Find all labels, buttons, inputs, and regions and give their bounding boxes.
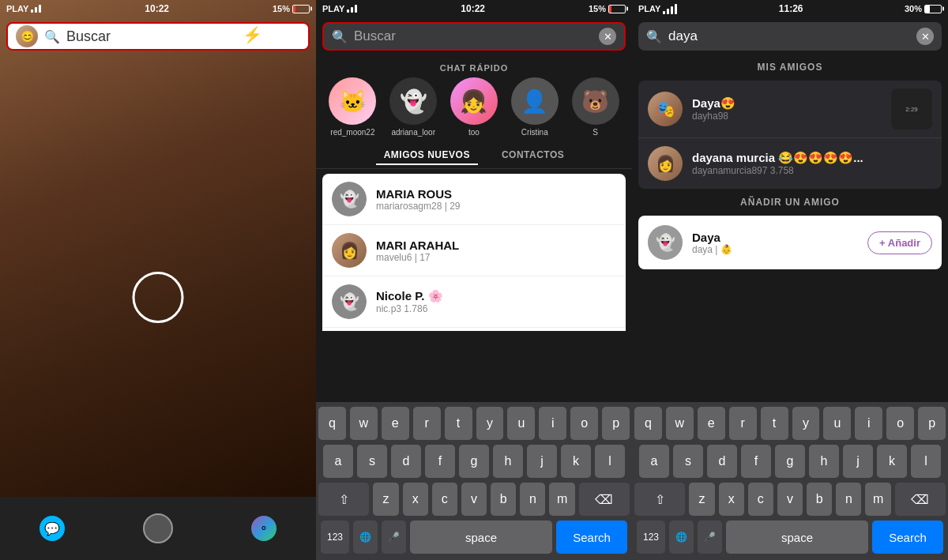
map-nav-icon[interactable]: ⚬ [251,516,276,541]
search-icon-3: 🔍 [646,29,662,44]
friend-item-0[interactable]: 👻 MARIA ROUS mariarosagm28 | 29 [322,174,626,225]
key-e-2[interactable]: e [382,407,409,440]
search-clear-button-3[interactable]: ✕ [916,28,934,45]
key-l-2[interactable]: l [595,445,625,478]
p3-friend-item-1[interactable]: 👩 dayana murcia 😂😍😍😍😍... dayanamurcia897… [638,138,942,189]
chat-icon: 💬 [44,521,60,536]
key-t-3[interactable]: t [761,407,788,440]
key-u-3[interactable]: u [823,407,851,440]
key-s-2[interactable]: s [357,445,387,478]
key-g-3[interactable]: g [775,445,805,478]
key-i-2[interactable]: i [539,407,566,440]
key-shift-3[interactable]: ⇧ [634,483,685,516]
kb-bottom-row-3: 123 🌐 🎤 space Search [634,521,946,560]
story-nav-icon[interactable] [143,513,173,543]
key-m-2[interactable]: m [549,483,574,516]
tab-amigos-nuevos[interactable]: AMIGOS NUEVOS [376,146,478,165]
p3-friend-item-0[interactable]: 🎭 Daya😍 dayha98 2:29 [638,81,942,138]
search-bar-2[interactable]: 🔍 Buscar ✕ [322,22,626,51]
quick-chat-item-2[interactable]: 👧 too [446,77,502,137]
p3-friend-avatar-1: 👩 [648,146,683,181]
key-b-3[interactable]: b [807,483,832,516]
search-clear-button-2[interactable]: ✕ [599,28,616,45]
search-placeholder-1: Buscar [66,28,111,45]
key-k-3[interactable]: k [877,445,907,478]
key-space-3[interactable]: space [726,521,868,554]
key-t-2[interactable]: t [445,407,472,440]
key-w-2[interactable]: w [350,407,378,440]
key-i-3[interactable]: i [855,407,882,440]
key-v-3[interactable]: v [777,483,803,516]
key-x-2[interactable]: x [403,483,428,516]
key-f-3[interactable]: f [741,445,771,478]
key-r-2[interactable]: r [413,407,441,440]
key-p-3[interactable]: p [918,407,946,440]
quick-chat-item-1[interactable]: 👻 adriana_loor [385,77,442,137]
key-x-3[interactable]: x [719,483,744,516]
key-d-2[interactable]: d [391,445,421,478]
key-c-3[interactable]: c [748,483,773,516]
key-globe-2[interactable]: 🌐 [353,521,378,554]
key-q-2[interactable]: q [318,407,346,440]
key-u-2[interactable]: u [507,407,535,440]
key-globe-3[interactable]: 🌐 [669,521,694,554]
key-mic-3[interactable]: 🎤 [698,521,722,554]
p3-friend-name-1: dayana murcia 😂😍😍😍😍... [692,151,932,165]
key-e-3[interactable]: e [698,407,725,440]
key-a-2[interactable]: a [323,445,353,478]
key-l-3[interactable]: l [911,445,941,478]
shutter-button[interactable] [133,272,184,323]
key-mic-2[interactable]: 🎤 [382,521,406,554]
friend-item-3[interactable]: 👩 ❤️YATZIRI❤️ yatziiri_123 | 45.203 👩 [322,328,626,331]
search-bar-3[interactable]: 🔍 daya ✕ [638,22,942,51]
search-key-2[interactable]: Search [556,521,627,554]
key-y-3[interactable]: y [792,407,820,440]
status-left-3: PLAY [638,4,677,14]
key-f-2[interactable]: f [425,445,455,478]
chat-nav-icon[interactable]: 💬 [40,516,65,541]
key-z-3[interactable]: z [689,483,714,516]
key-h-3[interactable]: h [809,445,839,478]
key-z-2[interactable]: z [373,483,398,516]
key-y-2[interactable]: y [476,407,504,440]
key-n-2[interactable]: n [520,483,545,516]
key-o-3[interactable]: o [886,407,914,440]
key-b-2[interactable]: b [491,483,516,516]
key-space-2[interactable]: space [410,521,552,554]
key-a-3[interactable]: a [639,445,669,478]
key-g-2[interactable]: g [459,445,489,478]
key-123-3[interactable]: 123 [637,521,665,554]
key-delete-2[interactable]: ⌫ [579,483,630,516]
friend-avatar-0: 👻 [332,182,367,216]
key-o-2[interactable]: o [570,407,598,440]
quick-chat-item-4[interactable]: 🐻 S [567,77,624,137]
add-friend-button[interactable]: + Añadir [867,231,932,254]
key-p-2[interactable]: p [602,407,630,440]
key-q-3[interactable]: q [634,407,662,440]
amigos-tabs: AMIGOS NUEVOS CONTACTOS [316,143,632,169]
quick-chat-item-3[interactable]: 👤 Cristina [506,77,563,137]
flash-icon[interactable]: ⚡ [243,25,310,44]
key-w-3[interactable]: w [666,407,694,440]
key-r-3[interactable]: r [729,407,757,440]
qc-avatar-0: 🐱 [329,77,376,125]
key-c-2[interactable]: c [432,483,457,516]
key-m-3[interactable]: m [865,483,890,516]
key-delete-3[interactable]: ⌫ [895,483,946,516]
key-h-2[interactable]: h [493,445,523,478]
key-shift-2[interactable]: ⇧ [318,483,369,516]
key-j-2[interactable]: j [527,445,557,478]
key-s-3[interactable]: s [673,445,703,478]
search-key-3[interactable]: Search [872,521,943,554]
key-d-3[interactable]: d [707,445,737,478]
carrier-1: PLAY [6,4,28,13]
key-v-2[interactable]: v [461,483,487,516]
friend-item-2[interactable]: 👻 Nicole P. 🌸 nic.p3 1.786 [322,276,626,328]
quick-chat-item-0[interactable]: 🐱 red_moon22 [324,77,381,137]
tab-contactos[interactable]: CONTACTOS [494,146,572,165]
key-n-3[interactable]: n [836,483,861,516]
friend-item-1[interactable]: 👩 MARI ARAHAL mavelu6 | 17 [322,225,626,276]
key-123-2[interactable]: 123 [321,521,349,554]
key-k-2[interactable]: k [561,445,591,478]
key-j-3[interactable]: j [843,445,873,478]
